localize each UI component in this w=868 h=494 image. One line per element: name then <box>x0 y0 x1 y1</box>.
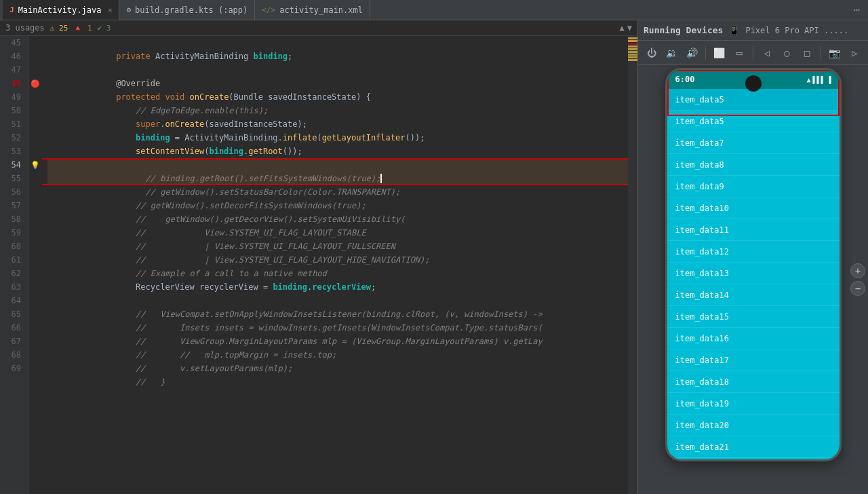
line-num-52: 52 <box>0 131 24 145</box>
gutter-58 <box>30 212 41 226</box>
scroll-mark-4 <box>628 45 637 48</box>
phone-list-item-data5-first: item_data5 <box>667 89 840 111</box>
code-line-65: // Insets insets = windowInsets.getInset… <box>47 307 628 321</box>
line-num-57: 57 <box>0 199 24 212</box>
code-line-61: // Example of a call to a native method <box>47 253 628 267</box>
gutter-61 <box>30 253 41 267</box>
gutter-68 <box>30 348 41 362</box>
gutter-45 <box>30 36 41 50</box>
scroll-mark-6 <box>628 51 637 53</box>
phone-list-item-data11: item_data11 <box>667 219 840 241</box>
bulb-icon-54[interactable]: 💡 <box>30 158 41 172</box>
scroll-mark-2 <box>628 40 637 42</box>
line-num-48: 48 <box>0 77 24 90</box>
wifi-icon: ▲ <box>806 76 810 83</box>
scroll-mark-8 <box>628 56 637 58</box>
line-num-53: 53 <box>0 145 24 158</box>
line-num-49: 49 <box>0 90 24 104</box>
code-line-58: // View.SYSTEM_UI_FLAG_LAYOUT_STABLE <box>47 212 628 226</box>
toolbar-sep-1 <box>705 46 706 60</box>
line-num-47: 47 <box>0 63 24 77</box>
phone-list-item-data20: item_data20 <box>667 415 840 436</box>
gutter-59 <box>30 226 41 240</box>
xml-icon: </> <box>262 5 275 14</box>
tab-label: build.gradle.kts (:app) <box>135 5 248 15</box>
code-line-50: super.onCreate(savedInstanceState); <box>47 104 628 117</box>
navigation-arrows: ▲ ▼ <box>620 23 632 33</box>
line-num-55: 55 <box>0 172 24 185</box>
gutter-47 <box>30 63 41 77</box>
zoom-in-button[interactable]: + <box>850 263 865 278</box>
volume-down-button[interactable]: 🔉 <box>664 45 680 61</box>
tab-close-btn[interactable]: ✕ <box>108 6 112 14</box>
code-line-67: // // mlp.topMargin = insets.top; <box>47 335 628 348</box>
code-line-69: // } <box>47 362 628 375</box>
line-num-59: 59 <box>0 226 24 240</box>
back-button[interactable]: ◁ <box>759 45 775 61</box>
line-num-60: 60 <box>0 240 24 253</box>
code-line-63 <box>47 280 628 294</box>
errors-badge: 🔺 1 <box>73 24 92 33</box>
tab-activity-main-xml[interactable]: </> activity_main.xml <box>255 0 370 20</box>
gutter-53 <box>30 145 41 158</box>
volume-up-button[interactable]: 🔊 <box>684 45 700 61</box>
zoom-out-button[interactable]: − <box>850 281 865 296</box>
phone-list-item-data10: item_data10 <box>667 197 840 219</box>
line-num-63: 63 <box>0 280 24 294</box>
scroll-mark-7 <box>628 54 637 56</box>
phone-list-item-data12: item_data12 <box>667 241 840 263</box>
forward-button[interactable]: ▷ <box>846 45 863 61</box>
gutter-57 <box>30 199 41 212</box>
line-num-65: 65 <box>0 307 24 321</box>
tab-bar: J MainActivity.java ✕ ⚙ build.gradle.kts… <box>0 0 868 20</box>
line-num-58: 58 <box>0 212 24 226</box>
phone-list-item-data17: item_data17 <box>667 349 840 371</box>
code-line-45: private ActivityMainBinding binding; <box>47 36 628 50</box>
line-num-56: 56 <box>0 185 24 199</box>
code-line-57: // getWindow().getDecorView().setSystemU… <box>47 199 628 212</box>
line-num-62: 62 <box>0 267 24 280</box>
recents-button[interactable]: □ <box>799 45 815 61</box>
phone-screen: item_data5 item_data5 item_data7 item_da… <box>667 89 840 459</box>
phone-container: 6:00 ▲ ▌▌▌ ▐ item_data5 item_data5 item_… <box>638 65 868 494</box>
next-arrow[interactable]: ▼ <box>627 23 632 33</box>
line-num-51: 51 <box>0 117 24 131</box>
line-numbers: 45 46 47 48 49 50 51 52 53 54 55 56 57 5… <box>0 36 28 494</box>
tab-build-gradle[interactable]: ⚙ build.gradle.kts (:app) <box>119 0 255 20</box>
tab-main-activity[interactable]: J MainActivity.java ✕ <box>3 0 119 20</box>
code-line-52: setContentView(binding.getRoot()); <box>47 131 628 145</box>
code-line-59: // | View.SYSTEM_UI_FLAG_LAYOUT_FULLSCRE… <box>47 226 628 240</box>
scrollbar-gutter[interactable] <box>628 36 637 494</box>
panel-header: Running Devices 📱 Pixel 6 Pro API ..... <box>638 20 868 41</box>
screenshot-button[interactable]: 📷 <box>827 45 843 61</box>
scroll-mark-1 <box>628 37 637 39</box>
gutter-65 <box>30 307 41 321</box>
gutter-67 <box>30 335 41 348</box>
zoom-controls: + − <box>850 263 865 296</box>
breakpoint-icon-48[interactable]: 🔴 <box>30 77 41 90</box>
device-name: Pixel 6 Pro API ..... <box>745 26 848 35</box>
line-num-66: 66 <box>0 321 24 335</box>
home-button[interactable]: ○ <box>779 45 795 61</box>
line-num-67: 67 <box>0 335 24 348</box>
highlight-region: // binding.getRoot().setFitsSystemWindow… <box>47 158 628 185</box>
phone-list-item-data19: item_data19 <box>667 393 840 415</box>
battery-icon: ▐ <box>827 76 831 83</box>
code-line-51: binding = ActivityMainBinding.inflate(ge… <box>47 117 628 131</box>
more-tabs-button[interactable]: ⋯ <box>848 3 865 16</box>
rotate-landscape-button[interactable]: ▭ <box>731 45 747 61</box>
gradle-icon: ⚙ <box>126 5 131 14</box>
power-button[interactable]: ⏻ <box>644 45 660 61</box>
checks-badge: ✔ 3 <box>98 24 111 33</box>
gutter-66 <box>30 321 41 335</box>
code-lines[interactable]: private ActivityMainBinding binding; @Ov… <box>42 36 628 494</box>
code-line-47: @Override <box>47 63 628 77</box>
device-toolbar: ⏻ 🔉 🔊 ⬜ ▭ ◁ ○ □ 📷 ▷ <box>638 41 868 65</box>
warnings-badge: ⚠ 25 <box>50 24 68 33</box>
code-line-55: // getWindow().setStatusBarColor(Color.T… <box>47 172 628 185</box>
tab-label: MainActivity.java <box>18 5 102 15</box>
code-line-46 <box>47 50 628 63</box>
rotate-portrait-button[interactable]: ⬜ <box>711 45 728 61</box>
phone-status-icons: ▲ ▌▌▌ ▐ <box>806 76 831 83</box>
prev-arrow[interactable]: ▲ <box>620 23 625 33</box>
